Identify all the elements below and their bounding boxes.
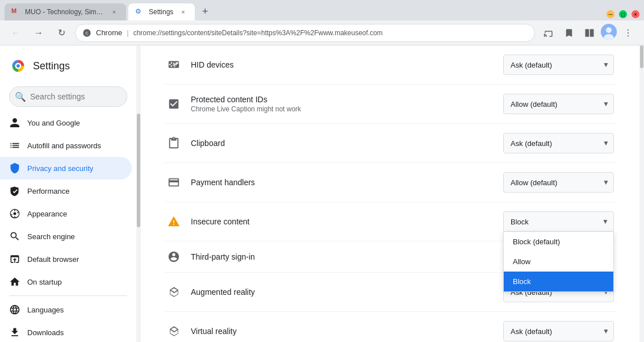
protected-content-select[interactable]: Allow (default) Block (503, 94, 614, 114)
reload-button[interactable]: ↻ (52, 24, 70, 42)
download-icon (9, 327, 20, 338)
tab-settings-close[interactable]: × (178, 7, 188, 17)
person-icon (9, 117, 20, 128)
sidebar-scrollbar-thumb[interactable] (137, 114, 140, 227)
hid-label-wrap: HID devices (184, 60, 503, 69)
clipboard-icon (164, 137, 184, 149)
warning-icon (164, 215, 184, 228)
sidebar-header[interactable]: Settings (0, 50, 136, 82)
search-input[interactable] (9, 86, 127, 107)
augmented-reality-label: Augmented reality (191, 287, 496, 297)
sidebar-search-wrap: 🔍 (9, 86, 127, 107)
insecure-dropdown-arrow: ▼ (602, 218, 609, 226)
hid-select[interactable]: Ask (default) Allow Block (503, 55, 614, 75)
sidebar: Settings 🔍 You and Google Autofill and p… (0, 45, 136, 342)
payment-dropdown-wrap: Allow (default) Block ▼ (503, 172, 614, 193)
insecure-dropdown-trigger[interactable]: Block ▼ (503, 211, 614, 232)
sidebar-item-you-google[interactable]: You and Google (0, 111, 132, 134)
minimize-button[interactable]: ─ (607, 10, 614, 18)
address-origin: Chrome (96, 28, 122, 37)
sidebar-title: Settings (33, 60, 70, 72)
protected-content-icon (164, 98, 184, 110)
clipboard-control: Ask (default) Allow Block ▼ (503, 133, 617, 153)
svg-rect-3 (590, 29, 594, 37)
tab-settings[interactable]: ⚙ Settings × (128, 3, 195, 20)
payment-control: Allow (default) Block ▼ (503, 172, 617, 193)
payment-label: Payment handlers (191, 178, 496, 187)
tab-settings-label: Settings (149, 8, 173, 16)
main-panel: HID devices Ask (default) Allow Block ▼ (141, 45, 639, 342)
address-url: chrome://settings/content/siteDetails?si… (133, 29, 383, 37)
split-view-button[interactable] (580, 24, 599, 42)
maximize-button[interactable]: □ (619, 10, 627, 18)
payment-icon (164, 176, 184, 189)
settings-row-protected-content: Protected content IDs Chrome Live Captio… (164, 85, 617, 124)
virtual-reality-dropdown-wrap: Ask (default) Allow Block ▼ (503, 321, 614, 341)
sidebar-item-autofill[interactable]: Autofill and passwords (0, 134, 132, 157)
menu-button[interactable] (619, 24, 637, 42)
virtual-reality-label: Virtual reality (191, 327, 496, 336)
sidebar-item-languages[interactable]: Languages (0, 298, 132, 321)
sidebar-item-performance[interactable]: Performance (0, 180, 132, 202)
hid-icon (164, 59, 184, 71)
person-circle-icon (164, 251, 184, 263)
sidebar-item-default-browser[interactable]: Default browser (0, 248, 132, 270)
profile-avatar[interactable] (601, 24, 617, 40)
tab-muo-close[interactable]: × (109, 7, 119, 17)
virtual-reality-select[interactable]: Ask (default) Allow Block (503, 321, 614, 341)
clipboard-label-wrap: Clipboard (184, 139, 503, 148)
hid-dropdown-wrap: Ask (default) Allow Block ▼ (503, 55, 614, 75)
insecure-option-allow[interactable]: Allow (504, 252, 613, 272)
bookmark-button[interactable] (560, 24, 578, 42)
back-button[interactable]: ← (7, 24, 25, 42)
sidebar-item-default-browser-label: Default browser (27, 255, 79, 264)
ar-icon (164, 286, 184, 298)
default-browser-icon (9, 253, 20, 265)
insecure-option-block[interactable]: Block (504, 272, 613, 291)
clipboard-label: Clipboard (191, 139, 496, 148)
tab-muo-label: MUO - Technology, Simplified. (25, 8, 104, 16)
sidebar-item-privacy[interactable]: Privacy and security (0, 157, 132, 180)
new-tab-button[interactable]: + (197, 3, 213, 19)
clipboard-dropdown-wrap: Ask (default) Allow Block ▼ (503, 133, 614, 153)
svg-point-14 (14, 212, 16, 215)
insecure-option-block-default[interactable]: Block (default) (504, 232, 613, 252)
payment-label-wrap: Payment handlers (184, 178, 503, 187)
augmented-reality-label-wrap: Augmented reality (184, 287, 503, 297)
toolbar-icons (540, 24, 637, 42)
virtual-reality-label-wrap: Virtual reality (184, 327, 503, 336)
browser-frame: M MUO - Technology, Simplified. × ⚙ Sett… (0, 0, 644, 342)
main-scrollbar-thumb[interactable] (640, 45, 643, 68)
sidebar-item-search-engine[interactable]: Search engine (0, 225, 132, 248)
chrome-logo (9, 57, 27, 75)
appearance-icon (9, 208, 20, 219)
clipboard-select[interactable]: Ask (default) Allow Block (503, 133, 614, 153)
insecure-control: Block ▼ Block (default) Allow Block (503, 211, 617, 232)
content-area: Settings 🔍 You and Google Autofill and p… (0, 45, 644, 342)
close-button[interactable]: × (632, 10, 639, 18)
svg-rect-2 (586, 29, 589, 37)
cast-button[interactable] (540, 24, 558, 42)
address-bar[interactable]: C Chrome | chrome://settings/content/sit… (75, 24, 535, 42)
settings-row-clipboard: Clipboard Ask (default) Allow Block ▼ (164, 124, 617, 163)
sidebar-item-downloads[interactable]: Downloads (0, 321, 132, 342)
main-scrollbar-track (639, 45, 644, 342)
main-content: HID devices Ask (default) Allow Block ▼ (141, 45, 639, 342)
sidebar-item-privacy-label: Privacy and security (27, 164, 93, 173)
settings-row-hid: HID devices Ask (default) Allow Block ▼ (164, 45, 617, 85)
payment-select[interactable]: Allow (default) Block (503, 172, 614, 193)
tab-muo[interactable]: M MUO - Technology, Simplified. × (5, 3, 126, 20)
svg-point-9 (628, 35, 629, 36)
third-party-label-wrap: Third-party sign-in (184, 252, 503, 261)
sidebar-item-appearance[interactable]: Appearance (0, 202, 132, 225)
forward-button[interactable]: → (30, 24, 48, 42)
lock-icon: C (82, 28, 91, 37)
insecure-label-wrap: Insecure content (184, 217, 503, 226)
toolbar: ← → ↻ C Chrome | chrome://settings/conte… (0, 20, 644, 45)
sidebar-scrollbar-track (136, 45, 141, 342)
sidebar-item-downloads-label: Downloads (27, 328, 64, 337)
settings-row-virtual-reality: Virtual reality Ask (default) Allow Bloc… (164, 312, 617, 342)
insecure-dropdown-popup: Block (default) Allow Block (503, 232, 614, 292)
protected-content-label: Protected content IDs (191, 95, 496, 104)
sidebar-item-on-startup[interactable]: On startup (0, 270, 132, 293)
